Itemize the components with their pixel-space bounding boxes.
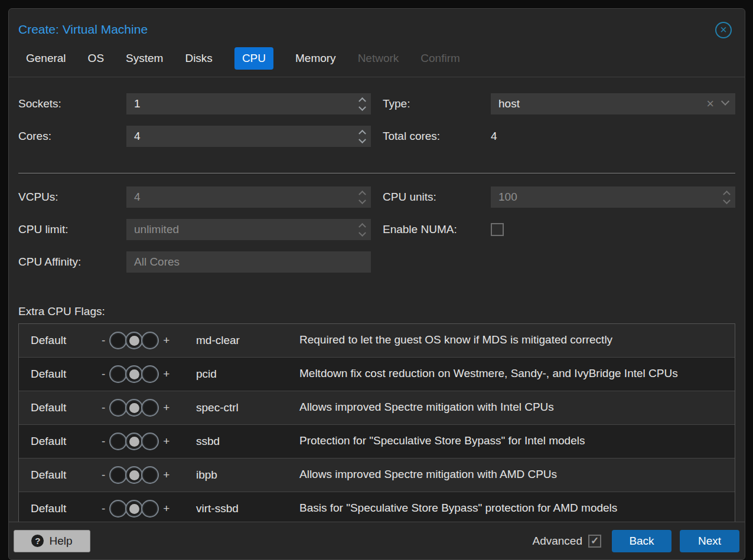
back-button[interactable]: Back [612,530,671,552]
vcpus-label: VCPUs: [18,191,126,204]
tab-general[interactable]: General [26,47,66,70]
slider-dot-default[interactable] [125,466,143,484]
tab-os[interactable]: OS [88,47,104,70]
help-button[interactable]: Help [14,530,90,552]
slider-dot-on[interactable] [141,433,159,450]
cpu-affinity-placeholder: All Cores [134,256,371,268]
slider-minus-icon[interactable]: - [102,365,105,383]
slider-minus-icon[interactable]: - [102,433,105,450]
cpu-limit-spinner[interactable] [353,219,371,240]
slider-plus-icon[interactable]: + [163,399,169,417]
slider-dot-off[interactable] [109,332,127,349]
sockets-label: Sockets: [18,97,126,110]
slider-dot-off[interactable] [109,399,127,417]
cpu-tab-panel: Sockets: 1 Cores: 4 Type: [9,77,745,529]
cores-value: 4 [134,130,353,143]
advanced-checkbox[interactable] [588,535,601,548]
chevron-down-icon[interactable] [721,97,729,106]
clear-icon[interactable] [706,97,714,110]
slider-plus-icon[interactable]: + [163,466,169,484]
tab-cpu[interactable]: CPU [234,47,273,70]
tri-state-slider[interactable]: -+ [102,433,169,450]
slider-knob [129,369,139,379]
cpu-flag-row-pcid: Default-+pcidMeltdown fix cost reduction… [19,357,735,391]
slider-plus-icon[interactable]: + [163,433,169,450]
flag-state-label: Default [19,500,102,517]
type-label: Type: [383,97,491,110]
slider-minus-icon[interactable]: - [102,500,105,518]
slider-knob [129,403,139,413]
slider-minus-icon[interactable]: - [102,466,105,484]
slider-knob [129,336,139,346]
create-vm-dialog: Create: Virtual Machine GeneralOSSystemD… [8,8,745,560]
slider-dot-on[interactable] [141,365,159,383]
cpu-limit-input[interactable]: unlimited [126,219,371,240]
slider-dot-on[interactable] [141,399,159,417]
flag-name: md-clear [196,332,299,349]
flag-name: spec-ctrl [196,399,299,416]
flag-name: ssbd [196,433,299,450]
slider-dot-default[interactable] [125,433,143,450]
cpu-limit-placeholder: unlimited [134,223,353,236]
spinner-down-icon[interactable] [723,197,731,204]
slider-dot-on[interactable] [141,332,159,349]
slider-dot-on[interactable] [141,466,159,484]
flag-name: ibpb [196,466,299,483]
cpu-type-combobox[interactable]: host [491,93,735,114]
spinner-down-icon[interactable] [358,103,366,111]
cpu-limit-label: CPU limit: [18,223,126,236]
tab-disks[interactable]: Disks [185,47,212,70]
close-icon[interactable] [715,22,732,38]
slider-dot-default[interactable] [125,399,143,417]
advanced-label: Advanced [532,535,582,548]
slider-dot-off[interactable] [109,500,127,518]
slider-plus-icon[interactable]: + [163,500,169,518]
slider-dot-on[interactable] [141,500,159,518]
vcpus-input[interactable]: 4 [126,186,371,208]
slider-dot-off[interactable] [109,433,127,450]
slider-plus-icon[interactable]: + [163,365,169,383]
spinner-down-icon[interactable] [358,229,366,237]
cpu-flag-row-ibpb: Default-+ibpbAllows improved Spectre mit… [19,458,735,492]
tri-state-slider[interactable]: -+ [102,332,169,349]
dialog-footer: Help Advanced Back Next [9,522,745,559]
slider-dot-default[interactable] [125,332,143,349]
cpu-units-spinner[interactable] [718,186,735,208]
flag-state-label: Default [19,466,102,483]
flag-description: Required to let the guest OS know if MDS… [299,332,699,348]
cpu-affinity-input[interactable]: All Cores [126,251,371,273]
cpu-units-label: CPU units: [383,191,491,204]
enable-numa-checkbox[interactable] [491,223,504,236]
slider-plus-icon[interactable]: + [163,332,169,349]
slider-dot-off[interactable] [109,365,127,383]
cpu-flag-row-ssbd: Default-+ssbdProtection for "Speculative… [19,424,735,458]
slider-dot-default[interactable] [125,500,143,518]
cpu-units-value: 100 [498,191,718,204]
tab-memory[interactable]: Memory [295,47,336,70]
slider-minus-icon[interactable]: - [102,332,105,349]
sockets-spinner[interactable] [353,93,371,114]
cpu-type-value: host [498,97,706,110]
sockets-input[interactable]: 1 [126,93,371,114]
vcpus-value: 4 [134,191,353,204]
tri-state-slider[interactable]: -+ [102,500,169,518]
slider-dot-off[interactable] [109,466,127,484]
flag-state-label: Default [19,433,102,450]
spinner-down-icon[interactable] [358,197,366,204]
cpu-units-input[interactable]: 100 [491,186,735,208]
cores-input[interactable]: 4 [126,126,371,147]
vcpus-spinner[interactable] [353,186,371,208]
tab-system[interactable]: System [126,47,163,70]
flag-name: pcid [196,365,299,382]
slider-minus-icon[interactable]: - [102,399,105,417]
tri-state-slider[interactable]: -+ [102,365,169,383]
extra-cpu-flags-label: Extra CPU Flags: [18,305,735,318]
flag-description: Basis for "Speculative Store Bypass" pro… [299,500,699,516]
cores-spinner[interactable] [353,126,371,147]
tri-state-slider[interactable]: -+ [102,399,169,417]
flag-name: virt-ssbd [196,500,299,517]
slider-dot-default[interactable] [125,365,143,383]
tri-state-slider[interactable]: -+ [102,466,169,484]
next-button[interactable]: Next [680,530,739,552]
spinner-down-icon[interactable] [358,136,366,143]
